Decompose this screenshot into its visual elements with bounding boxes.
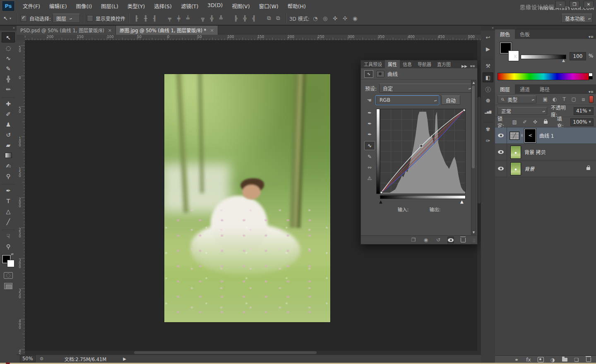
auto-blend-icon[interactable]: ⧉ — [274, 14, 282, 22]
auto-align-icon[interactable]: ⧉ — [265, 14, 273, 22]
distribute-horizontal-centers-icon[interactable]: ╬ — [241, 14, 249, 22]
layer-name[interactable]: 背景 — [524, 165, 534, 172]
healing-brush-tool[interactable]: ✚ — [2, 97, 15, 109]
panel-resize-grip[interactable]: ░ — [473, 239, 476, 242]
tab-swatches[interactable]: 色板 — [515, 29, 535, 39]
status-options-arrow-icon[interactable]: ▶ — [123, 357, 126, 361]
filter-toggle-switch[interactable] — [589, 96, 594, 103]
menu-y[interactable]: 类型(Y) — [123, 2, 149, 10]
quick-selection-tool[interactable]: ✎ — [2, 63, 15, 74]
visibility-cell[interactable] — [495, 160, 507, 177]
panel-menu-icon[interactable]: ▾≡ — [589, 90, 596, 94]
layer-mask-thumbnail[interactable]: < — [524, 129, 536, 143]
tab-histogram[interactable]: 直方图 — [434, 60, 454, 68]
layer-row-background[interactable]: 背景 — [495, 160, 596, 177]
clone-stamp-tool[interactable]: ♟ — [2, 119, 15, 129]
menu-i[interactable]: 图像(I) — [72, 2, 96, 10]
align-horizontal-centers-icon[interactable]: ╪ — [175, 14, 183, 22]
tool-preset-dropdown-icon[interactable]: ▾ — [10, 17, 11, 20]
filter-type-layers-icon[interactable]: T — [561, 96, 568, 102]
menu-f[interactable]: 文件(F) — [18, 2, 45, 10]
menu-h[interactable]: 帮助(H) — [283, 2, 310, 10]
eraser-tool[interactable]: ▰ — [2, 140, 15, 150]
layer-thumbnail[interactable] — [510, 146, 521, 159]
menu-v[interactable]: 视图(V) — [227, 2, 254, 10]
tab-navigator[interactable]: 导航器 — [415, 60, 434, 68]
histogram-panel-icon[interactable]: ▂▅▇ — [483, 107, 493, 117]
align-vertical-centers-icon[interactable]: ╫ — [142, 14, 150, 22]
eye-icon[interactable] — [498, 134, 504, 137]
lock-paint-icon[interactable]: ✐ — [522, 119, 529, 125]
path-selection-tool[interactable]: △ — [2, 206, 15, 216]
preset-dropdown[interactable]: 自定 ▴▾ — [379, 84, 473, 93]
minimize-button[interactable]: – — [555, 1, 565, 8]
close-button[interactable]: ✕ — [584, 1, 594, 8]
tab-layers[interactable]: 图层 — [495, 84, 515, 94]
toolbar-collapse-icon[interactable]: » — [0, 26, 17, 31]
layer-filter-dropdown[interactable]: ⚲ 类型 ▴▾ — [497, 96, 536, 103]
clip-to-layer-icon[interactable]: ❐ — [410, 237, 417, 243]
visibility-cell[interactable] — [495, 127, 507, 144]
k-slider[interactable] — [521, 55, 566, 59]
curves-adjustment-thumbnail[interactable]: ╱ — [509, 132, 519, 140]
tab-tool-presets[interactable]: 工具预设 — [361, 60, 385, 68]
type-tool[interactable]: T — [2, 196, 15, 206]
layer-row-background-copy[interactable]: 背景 拷贝 — [495, 144, 596, 160]
restore-button[interactable]: ❐ — [570, 1, 579, 8]
history-panel-icon[interactable]: ↩ — [483, 32, 493, 42]
color-spectrum-bar[interactable] — [497, 73, 589, 80]
filter-adjustment-layers-icon[interactable]: ◐ — [551, 96, 558, 102]
fill-value-field[interactable]: 100% ▼ — [570, 118, 594, 126]
draw-curve-pencil-icon[interactable]: ✎ — [365, 153, 375, 161]
blend-mode-dropdown[interactable]: 正常 ▴▾ — [497, 107, 547, 115]
brush-panel-icon[interactable]: ✾ — [483, 122, 493, 134]
properties-panel-icon[interactable]: ◧ — [483, 72, 493, 82]
tab-color[interactable]: 颜色 — [495, 29, 515, 39]
layer-thumbnail[interactable] — [510, 162, 521, 175]
3d-object-rotate-icon[interactable]: ◔ — [311, 14, 320, 22]
spectrum-bw-wells[interactable] — [589, 73, 593, 79]
layer-name[interactable]: 背景 拷贝 — [524, 148, 546, 156]
menu-s[interactable]: 选择(S) — [149, 2, 176, 10]
clipping-warning-icon[interactable]: ⚠ — [365, 174, 375, 182]
lock-position-icon[interactable]: ✜ — [532, 119, 539, 125]
clone-source-panel-icon[interactable]: ✑ — [483, 136, 493, 146]
ruler-origin-box[interactable] — [17, 35, 25, 41]
crop-tool[interactable]: ╬ — [2, 74, 15, 84]
document-tab[interactable]: PSD.psd @ 50% (曲线 1, 图层蒙版/8) × — [17, 26, 116, 35]
collapse-panel-icon[interactable]: ▶▶ — [461, 64, 467, 68]
white-point-slider[interactable]: ▲ — [460, 199, 464, 204]
workspace-dropdown[interactable]: 基本功能 ▴▾ — [561, 14, 593, 23]
history-brush-tool[interactable]: ↺ — [2, 129, 15, 140]
distribute-top-icon[interactable]: ╦ — [199, 14, 207, 22]
tab-info[interactable]: 信息 — [400, 60, 415, 68]
channel-dropdown[interactable]: RGB ▴▾ — [376, 96, 439, 105]
gradient-tool[interactable] — [2, 150, 15, 160]
smudge-tool[interactable]: ✍ — [2, 160, 15, 171]
opacity-value-field[interactable]: 41% ▼ — [574, 107, 594, 115]
marquee-tool[interactable]: ◌ — [2, 43, 15, 53]
filter-shape-layers-icon[interactable]: ▢ — [570, 96, 577, 102]
black-point-eyedropper-icon[interactable]: ✒ — [365, 109, 375, 117]
tab-channels[interactable]: 通道 — [515, 84, 535, 94]
menu-w[interactable]: 窗口(W) — [255, 2, 283, 10]
align-right-edges-icon[interactable]: ╧ — [184, 14, 192, 22]
zoom-tool[interactable]: ⚲ — [2, 241, 15, 251]
lock-all-icon[interactable] — [542, 119, 549, 125]
info-panel-icon[interactable]: ⓘ — [483, 84, 493, 94]
zoom-level-field[interactable]: 50% — [20, 355, 36, 362]
canvas-vertical-scrollbar[interactable] — [477, 40, 481, 354]
gray-point-eyedropper-icon[interactable]: ✒ — [365, 120, 375, 128]
menu-e[interactable]: 编辑(E) — [45, 2, 72, 10]
line-tool[interactable]: ╱ — [2, 216, 15, 227]
eyedropper-tool[interactable]: ✏ — [2, 84, 15, 94]
align-bottom-edges-icon[interactable]: ╢ — [151, 14, 159, 22]
delete-adjustment-icon[interactable] — [460, 237, 466, 243]
add-layer-mask-icon[interactable] — [537, 357, 544, 363]
menu-l[interactable]: 图层(L) — [96, 2, 123, 10]
eye-icon[interactable] — [498, 150, 504, 154]
navigator-panel-icon[interactable]: ☸ — [483, 96, 493, 105]
filter-smart-objects-icon[interactable]: ⧈ — [580, 96, 587, 102]
status-gear-icon[interactable]: ⚙ — [40, 356, 44, 362]
filter-pixel-layers-icon[interactable]: ▣ — [542, 96, 549, 102]
